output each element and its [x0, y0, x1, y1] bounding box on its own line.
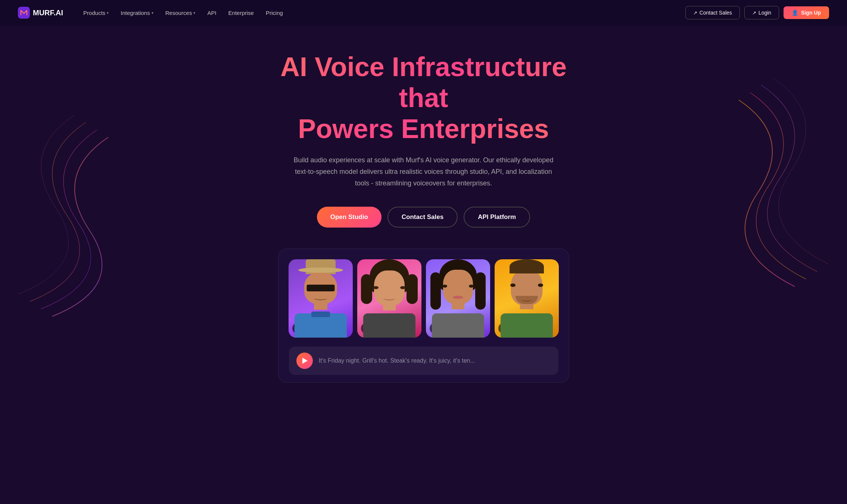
hero-section: AI Voice Infrastructure that Powers Ente…	[0, 25, 847, 405]
voices-container: American voice Middle-aged	[278, 248, 569, 383]
nav-left: MURF.AI Products ▾ Integrations ▾ Resour…	[18, 7, 288, 19]
hero-subtitle: Build audio experiences at scale with Mu…	[293, 154, 554, 189]
signup-button[interactable]: 👤 Sign Up	[784, 6, 829, 19]
nav-item-integrations[interactable]: Integrations ▾	[115, 7, 158, 19]
nav-item-enterprise[interactable]: Enterprise	[223, 7, 259, 19]
hero-cta-group: Open Studio Contact Sales API Platform	[15, 207, 832, 228]
audio-text: It's Friday night. Grill's hot. Steak's …	[319, 357, 551, 364]
arrow-up-right-icon: ↗	[752, 10, 756, 16]
user-icon: 👤	[792, 10, 798, 16]
logo[interactable]: MURF.AI	[18, 7, 63, 19]
contact-sales-hero-button[interactable]: Contact Sales	[387, 207, 458, 228]
chevron-down-icon: ▾	[152, 11, 153, 15]
navbar: MURF.AI Products ▾ Integrations ▾ Resour…	[0, 0, 847, 25]
chevron-down-icon: ▾	[107, 11, 109, 15]
nav-right: ↗ Contact Sales ↗ Login 👤 Sign Up	[685, 6, 829, 19]
api-platform-button[interactable]: API Platform	[464, 207, 530, 228]
audio-player: It's Friday night. Grill's hot. Steak's …	[289, 347, 558, 375]
open-studio-button[interactable]: Open Studio	[317, 207, 382, 228]
voice-cards-row: American voice Middle-aged	[289, 259, 558, 338]
audio-play-icon	[302, 358, 308, 364]
login-button[interactable]: ↗ Login	[744, 6, 779, 19]
voice-card-australian-young: Australian voice Young Adult	[495, 259, 559, 338]
wave-right-decoration	[720, 63, 847, 324]
brand-name: MURF.AI	[33, 9, 63, 17]
nav-item-api[interactable]: API	[202, 7, 221, 19]
voice-card-american-young: American voice Young adult	[426, 259, 490, 338]
hero-title: AI Voice Infrastructure that Powers Ente…	[256, 51, 592, 144]
nav-links: Products ▾ Integrations ▾ Resources ▾ AP…	[78, 7, 288, 19]
arrow-up-right-icon: ↗	[693, 10, 697, 16]
nav-item-resources[interactable]: Resources ▾	[160, 7, 201, 19]
audio-play-button[interactable]	[296, 353, 313, 369]
contact-sales-button[interactable]: ↗ Contact Sales	[685, 6, 740, 19]
nav-item-products[interactable]: Products ▾	[78, 7, 114, 19]
voice-card-british-young: British voice Young adult	[357, 259, 421, 338]
voice-card-american-middle: American voice Middle-aged	[289, 259, 353, 338]
nav-item-pricing[interactable]: Pricing	[261, 7, 288, 19]
svg-rect-0	[18, 7, 30, 19]
chevron-down-icon: ▾	[193, 11, 195, 15]
